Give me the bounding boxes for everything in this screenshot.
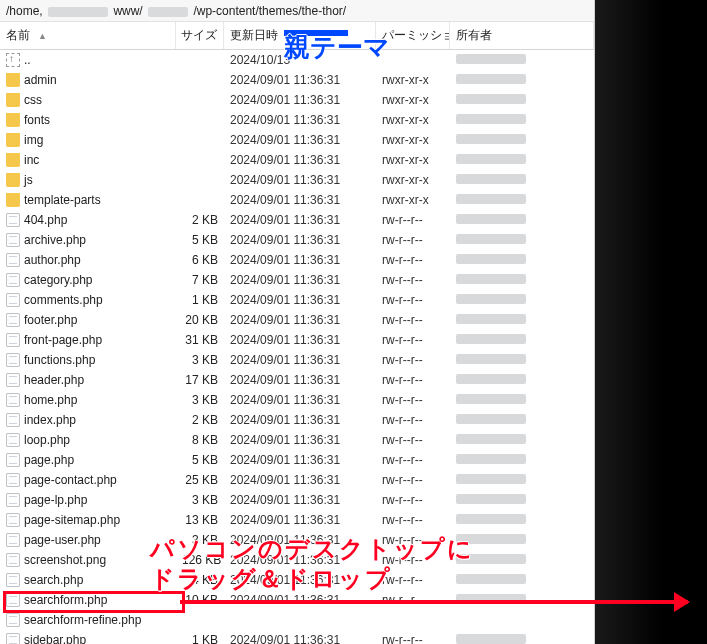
header-date[interactable]: 更新日時 (224, 22, 376, 49)
file-row[interactable]: js2024/09/01 11:36:31rwxr-xr-x (0, 170, 594, 190)
file-row[interactable]: loop.php8 KB2024/09/01 11:36:31rw-r--r-- (0, 430, 594, 450)
header-perm[interactable]: パーミッション (376, 22, 450, 49)
file-list[interactable]: ..2024/10/13admin2024/09/01 11:36:31rwxr… (0, 50, 594, 644)
file-perm: rwxr-xr-x (376, 173, 450, 187)
owner-obscured (456, 154, 526, 164)
folder-icon (6, 73, 20, 87)
file-icon (6, 353, 20, 367)
file-row[interactable]: ..2024/10/13 (0, 50, 594, 70)
file-row[interactable]: page.php5 KB2024/09/01 11:36:31rw-r--r-- (0, 450, 594, 470)
file-size: 3 KB (176, 533, 224, 547)
file-icon (6, 413, 20, 427)
file-size: 2 KB (176, 413, 224, 427)
file-owner (450, 353, 594, 367)
file-size: 7 KB (176, 273, 224, 287)
file-row[interactable]: index.php2 KB2024/09/01 11:36:31rw-r--r-… (0, 410, 594, 430)
file-icon (6, 533, 20, 547)
file-row[interactable]: functions.php3 KB2024/09/01 11:36:31rw-r… (0, 350, 594, 370)
file-row[interactable]: archive.php5 KB2024/09/01 11:36:31rw-r--… (0, 230, 594, 250)
file-name: 404.php (24, 213, 67, 227)
file-row[interactable]: template-parts2024/09/01 11:36:31rwxr-xr… (0, 190, 594, 210)
file-name: category.php (24, 273, 93, 287)
folder-icon (6, 133, 20, 147)
file-row[interactable]: screenshot.png126 KB2024/09/01 11:36:31r… (0, 550, 594, 570)
file-owner (450, 413, 594, 427)
parent-icon (6, 53, 20, 67)
owner-obscured (456, 474, 526, 484)
file-date: 2024/09/01 11:36:31 (224, 553, 376, 567)
file-name: index.php (24, 413, 76, 427)
owner-obscured (456, 234, 526, 244)
file-row[interactable]: search.php4 KB2024/09/01 11:36:31rw-r--r… (0, 570, 594, 590)
owner-obscured (456, 634, 526, 644)
file-row[interactable]: img2024/09/01 11:36:31rwxr-xr-x (0, 130, 594, 150)
file-row[interactable]: home.php3 KB2024/09/01 11:36:31rw-r--r-- (0, 390, 594, 410)
header-name[interactable]: 名前 ▲ (0, 22, 176, 49)
file-perm: rw-r--r-- (376, 493, 450, 507)
file-manager-pane: /home, www/ /wp-content/themes/the-thor/… (0, 0, 595, 644)
file-row[interactable]: page-contact.php25 KB2024/09/01 11:36:31… (0, 470, 594, 490)
file-row[interactable]: front-page.php31 KB2024/09/01 11:36:31rw… (0, 330, 594, 350)
file-perm: rw-r--r-- (376, 373, 450, 387)
folder-icon (6, 113, 20, 127)
file-size: 4 KB (176, 573, 224, 587)
file-row[interactable]: header.php17 KB2024/09/01 11:36:31rw-r--… (0, 370, 594, 390)
header-owner[interactable]: 所有者 (450, 22, 594, 49)
file-owner (450, 333, 594, 347)
file-row[interactable]: admin2024/09/01 11:36:31rwxr-xr-x (0, 70, 594, 90)
file-perm: rw-r--r-- (376, 433, 450, 447)
file-row[interactable]: comments.php1 KB2024/09/01 11:36:31rw-r-… (0, 290, 594, 310)
file-perm: rw-r--r-- (376, 553, 450, 567)
file-date: 2024/10/13 (224, 53, 376, 67)
file-name: functions.php (24, 353, 95, 367)
path-bar[interactable]: /home, www/ /wp-content/themes/the-thor/ (0, 0, 594, 22)
owner-obscured (456, 394, 526, 404)
file-icon (6, 333, 20, 347)
file-owner (450, 253, 594, 267)
file-owner (450, 193, 594, 207)
header-size[interactable]: サイズ (176, 22, 224, 49)
file-row[interactable]: 404.php2 KB2024/09/01 11:36:31rw-r--r-- (0, 210, 594, 230)
file-row[interactable]: category.php7 KB2024/09/01 11:36:31rw-r-… (0, 270, 594, 290)
column-headers: 名前 ▲ サイズ 更新日時 パーミッション 所有者 (0, 22, 594, 50)
file-row[interactable]: page-user.php3 KB2024/09/01 11:36:31rw-r… (0, 530, 594, 550)
file-row[interactable]: searchform.php10 KB2024/09/01 11:36:31rw… (0, 590, 594, 610)
file-name: js (24, 173, 33, 187)
owner-obscured (456, 294, 526, 304)
file-row[interactable]: searchform-refine.php (0, 610, 594, 630)
file-name: inc (24, 153, 39, 167)
file-name: home.php (24, 393, 77, 407)
file-perm: rw-r--r-- (376, 293, 450, 307)
file-row[interactable]: page-lp.php3 KB2024/09/01 11:36:31rw-r--… (0, 490, 594, 510)
file-perm: rw-r--r-- (376, 313, 450, 327)
file-row[interactable]: footer.php20 KB2024/09/01 11:36:31rw-r--… (0, 310, 594, 330)
file-owner (450, 473, 594, 487)
file-perm: rwxr-xr-x (376, 133, 450, 147)
file-row[interactable]: author.php6 KB2024/09/01 11:36:31rw-r--r… (0, 250, 594, 270)
file-row[interactable]: fonts2024/09/01 11:36:31rwxr-xr-x (0, 110, 594, 130)
file-row[interactable]: css2024/09/01 11:36:31rwxr-xr-x (0, 90, 594, 110)
file-owner (450, 213, 594, 227)
file-icon (6, 393, 20, 407)
file-icon (6, 613, 20, 627)
header-size-label: サイズ (181, 27, 217, 44)
path-prefix: /home, (6, 4, 43, 18)
file-name: admin (24, 73, 57, 87)
owner-obscured (456, 594, 526, 604)
file-date: 2024/09/01 11:36:31 (224, 353, 376, 367)
file-date: 2024/09/01 11:36:31 (224, 533, 376, 547)
file-owner (450, 133, 594, 147)
file-date: 2024/09/01 11:36:31 (224, 413, 376, 427)
file-date: 2024/09/01 11:36:31 (224, 493, 376, 507)
file-owner (450, 73, 594, 87)
file-row[interactable]: sidebar.php1 KB2024/09/01 11:36:31rw-r--… (0, 630, 594, 644)
owner-obscured (456, 534, 526, 544)
file-owner (450, 153, 594, 167)
path-obscured-1 (48, 7, 108, 17)
file-icon (6, 453, 20, 467)
owner-obscured (456, 454, 526, 464)
file-row[interactable]: inc2024/09/01 11:36:31rwxr-xr-x (0, 150, 594, 170)
file-perm: rw-r--r-- (376, 213, 450, 227)
file-date: 2024/09/01 11:36:31 (224, 333, 376, 347)
file-row[interactable]: page-sitemap.php13 KB2024/09/01 11:36:31… (0, 510, 594, 530)
